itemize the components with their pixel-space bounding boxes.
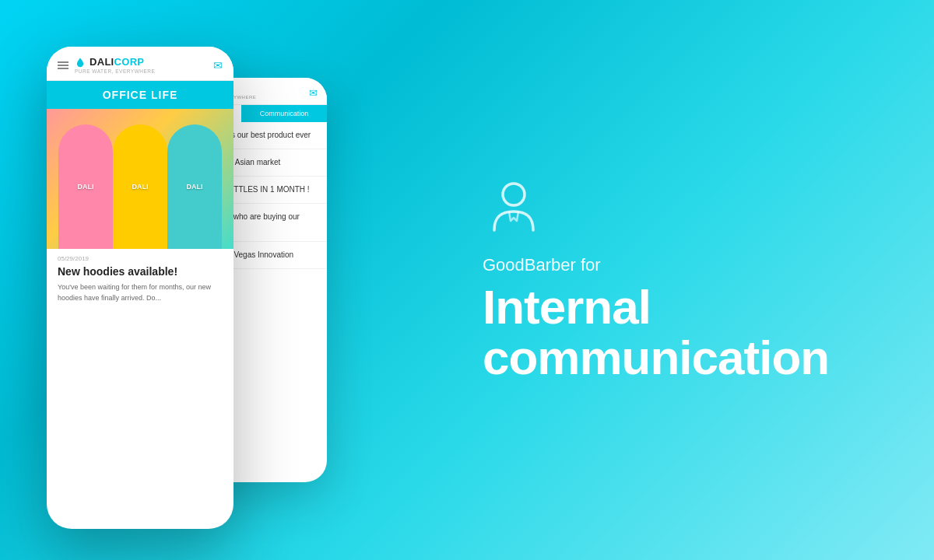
front-mail-icon[interactable]: ✉ [213, 59, 223, 72]
person-yellow: DALI [113, 124, 167, 249]
tagline-line1: Internal [483, 282, 887, 332]
tagline-small: GoodBarber for [483, 255, 887, 275]
front-logo: DALICORP PURE WATER, EVERYWHERE [75, 56, 155, 74]
post-excerpt: You've been waiting for them for months,… [58, 282, 223, 303]
hoodie-photo: DALI DALI DALI [47, 109, 234, 249]
office-banner-text: OFFICE LIFE [54, 89, 226, 101]
front-brand-tagline: PURE WATER, EVERYWHERE [75, 68, 155, 74]
front-brand-name: DALICORP [90, 56, 144, 68]
back-tab-communication[interactable]: Communication [241, 105, 327, 122]
back-mail-icon[interactable]: ✉ [309, 87, 318, 99]
right-content: GoodBarber for Internal communication [451, 131, 934, 429]
hoodie-people: DALI DALI DALI [47, 109, 234, 249]
front-header-left: DALICORP PURE WATER, EVERYWHERE [58, 56, 155, 74]
front-post: 05/29/2019 New hoodies available! You've… [47, 249, 234, 306]
person-pink: DALI [58, 124, 113, 249]
phones-area: DALICORP PURE WATER, EVERYWHERE ✉ ing Co… [0, 0, 451, 560]
tagline-large: Internal communication [483, 282, 887, 383]
office-banner: OFFICE LIFE [47, 81, 234, 109]
phone-front: DALICORP PURE WATER, EVERYWHERE ✉ OFFICE… [47, 47, 234, 529]
svg-point-0 [503, 184, 525, 205]
person-icon [483, 177, 545, 240]
page: DALICORP PURE WATER, EVERYWHERE ✉ ing Co… [0, 0, 934, 560]
post-date: 05/29/2019 [58, 255, 223, 262]
hamburger-icon[interactable] [58, 61, 68, 69]
tagline-line2: communication [483, 332, 887, 383]
person-teal: DALI [167, 124, 222, 249]
post-title[interactable]: New hoodies available! [58, 264, 223, 278]
front-phone-header: DALICORP PURE WATER, EVERYWHERE ✉ [47, 47, 234, 81]
front-water-drop-icon [75, 57, 86, 68]
